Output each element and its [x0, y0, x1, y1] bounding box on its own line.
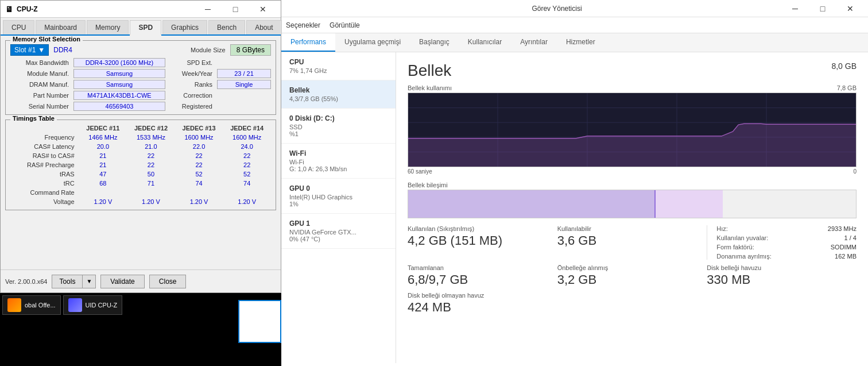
tab-memory[interactable]: Memory	[87, 20, 129, 34]
form-value: SODIMM	[831, 244, 857, 251]
timings-table: JEDEC #11 JEDEC #12 JEDEC #13 JEDEC #14 …	[10, 124, 271, 206]
sidebar-item-disk[interactable]: 0 Diski (D: C:) SSD%1	[281, 109, 396, 144]
maximize-button[interactable]: □	[222, 1, 249, 18]
module-manuf-value: Samsung	[73, 69, 165, 78]
taskman-maximize-button[interactable]: □	[809, 0, 836, 17]
timings-cell: 1533 MHz	[127, 133, 175, 142]
form-label: Form faktörü:	[716, 244, 754, 251]
taskman-titlebar: Görev Yöneticisi ─ □ ✕	[281, 0, 868, 17]
timings-cell: 22	[127, 151, 175, 160]
tab-cpu[interactable]: CPU	[3, 20, 34, 34]
timings-cell: 47	[79, 169, 127, 179]
cpuz-icon: 🖥	[5, 5, 13, 14]
tab-spd[interactable]: SPD	[130, 20, 161, 36]
tab-performans[interactable]: Performans	[281, 33, 335, 52]
sidebar-gpu0-title: GPU 0	[289, 184, 388, 192]
close-cpuz-button[interactable]: Close	[149, 275, 187, 288]
sidebar-bellek-title: Bellek	[289, 86, 388, 94]
stat-committed-value: 6,8/9,7 GB	[408, 272, 557, 287]
taskbar-item-0[interactable]: obal Offe...	[2, 295, 61, 315]
timings-cell	[79, 188, 127, 197]
timings-section: Timings Table JEDEC #11 JEDEC #12 JEDEC …	[5, 120, 276, 210]
timings-row-label: Frequency	[10, 133, 79, 142]
validate-button[interactable]: Validate	[100, 275, 144, 288]
cpuz-spd-content: Memory Slot Selection Slot #1 ▼ DDR4 Mod…	[1, 36, 281, 219]
stat-cached-label: Önbelleğe alınmış	[557, 264, 707, 271]
tab-uygulama[interactable]: Uygulama geçmişi	[335, 33, 410, 52]
tab-about[interactable]: About	[246, 20, 281, 34]
tab-mainboard[interactable]: Mainboard	[36, 20, 86, 34]
module-manuf-label: Module Manuf.	[10, 70, 73, 77]
mem-used-portion	[408, 190, 654, 218]
slot-value: Slot #1	[14, 46, 36, 54]
taskman-minimize-button[interactable]: ─	[782, 0, 808, 17]
taskbar-item-1[interactable]: UID CPU-Z	[63, 295, 123, 315]
correction-label: Correction	[165, 92, 217, 99]
sidebar-item-wifi[interactable]: Wi-Fi Wi-FiG: 1,0 A: 26,3 Mb/sn	[281, 144, 396, 179]
max-bandwidth-label: Max Bandwidth	[10, 59, 73, 66]
cpuz-title-text: CPU-Z	[17, 5, 38, 13]
stat-available: Kullanılabilir 3,6 GB	[557, 225, 707, 260]
mem-cached-portion	[656, 190, 723, 218]
slot-dropdown-icon: ▼	[38, 46, 45, 54]
cpuz-tab-bar: CPU Mainboard Memory SPD Graphics Bench …	[1, 18, 281, 36]
tab-hizmetler[interactable]: Hizmetler	[557, 33, 604, 52]
timings-cell: 52	[175, 169, 223, 179]
main-size: 8,0 GB	[831, 61, 857, 71]
composition-label: Bellek bileşimi	[408, 182, 448, 188]
slot-select[interactable]: Slot #1 ▼	[10, 44, 49, 56]
timings-row-label: RAS# Precharge	[10, 160, 79, 169]
timings-row-label: tRAS	[10, 169, 79, 179]
taskbar-icon-0	[7, 298, 21, 312]
gpu-thumbnail	[238, 300, 281, 343]
sidebar-disk-sub: SSD%1	[289, 124, 388, 137]
taskman-title: Görev Yöneticisi	[332, 5, 782, 13]
taskbar-item-label-1: UID CPU-Z	[86, 302, 118, 309]
timings-cell: 1600 MHz	[175, 133, 223, 142]
timings-header-jedec12: JEDEC #12	[127, 124, 175, 133]
ranks-label: Ranks	[165, 81, 217, 88]
taskman-close-button[interactable]: ✕	[837, 0, 863, 17]
right-stats: Hız: 2933 MHz Kullanılan yuvalar: 1 / 4 …	[707, 225, 857, 260]
timings-cell: 74	[175, 179, 223, 188]
stat-page-pool-value: 330 MB	[707, 272, 857, 287]
tab-kullanicilar[interactable]: Kullanıcılar	[459, 33, 511, 52]
module-size-label: Module Size	[191, 47, 226, 53]
spd-ext-label: SPD Ext.	[165, 59, 217, 66]
composition-label-row: Bellek bileşimi	[408, 182, 857, 188]
chart-max-label: 7,8 GB	[837, 84, 857, 91]
memory-chart-svg	[408, 93, 856, 167]
sidebar-item-gpu0[interactable]: GPU 0 Intel(R) UHD Graphics1%	[281, 179, 396, 214]
chart-time-label-row: 60 saniye 0	[408, 168, 857, 175]
stat-row-slots: Kullanılan yuvalar: 1 / 4	[716, 234, 857, 241]
slot-row: Slot #1 ▼ DDR4 Module Size 8 GBytes	[10, 44, 271, 56]
hardware-label: Donanıma ayrılmış:	[716, 253, 771, 260]
sidebar-item-cpu[interactable]: CPU 7% 1,74 GHz	[281, 52, 396, 80]
stat-available-label: Kullanılabilir	[557, 225, 707, 232]
spd-ext-value	[217, 62, 271, 63]
menu-secenekler[interactable]: Seçenekler	[286, 21, 320, 29]
tools-button[interactable]: Tools	[52, 275, 83, 288]
week-year-label: Week/Year	[165, 70, 217, 77]
close-button[interactable]: ✕	[250, 1, 276, 18]
cpuz-win-controls: ─ □ ✕	[195, 1, 276, 18]
cpuz-titlebar: 🖥 CPU-Z ─ □ ✕	[1, 1, 281, 18]
timings-cell	[223, 188, 271, 197]
tab-graphics[interactable]: Graphics	[162, 20, 207, 34]
timings-cell: 21	[79, 151, 127, 160]
menu-goruntule[interactable]: Görüntüle	[330, 21, 360, 29]
tab-baslangic[interactable]: Başlangıç	[410, 33, 459, 52]
sidebar-item-gpu1[interactable]: GPU 1 NVIDIA GeForce GTX...0% (47 °C)	[281, 214, 396, 249]
week-year-value: 23 / 21	[217, 69, 271, 78]
timings-cell: 50	[127, 169, 175, 179]
taskman-sidebar: CPU 7% 1,74 GHz Bellek 4,3/7,8 GB (55%) …	[281, 52, 396, 363]
chart-label-row: Bellek kullanımı 7,8 GB	[408, 84, 857, 91]
timings-header-jedec11: JEDEC #11	[79, 124, 127, 133]
tab-ayrintilar[interactable]: Ayrıntılar	[511, 33, 557, 52]
sidebar-item-bellek[interactable]: Bellek 4,3/7,8 GB (55%)	[281, 80, 396, 109]
tab-bench[interactable]: Bench	[208, 20, 245, 34]
minimize-button[interactable]: ─	[195, 1, 221, 18]
cpuz-window: 🖥 CPU-Z ─ □ ✕ CPU Mainboard Memory SPD G…	[0, 0, 281, 293]
tools-dropdown-button[interactable]: ▼	[83, 275, 95, 288]
ddr-label: DDR4	[53, 46, 72, 54]
